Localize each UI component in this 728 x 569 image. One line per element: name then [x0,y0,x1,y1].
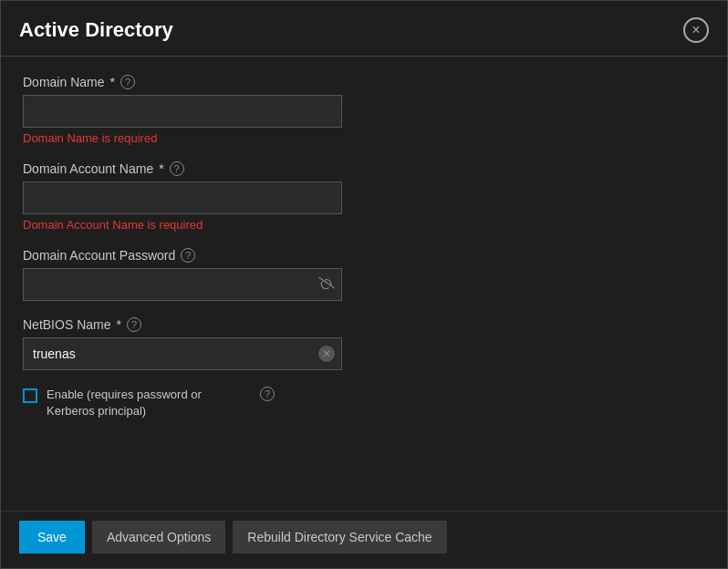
domain-account-name-error: Domain Account Name is required [23,218,705,232]
enable-checkbox[interactable] [23,388,37,403]
domain-account-password-help-icon[interactable]: ? [181,248,195,263]
domain-name-error: Domain Name is required [23,131,705,145]
domain-account-password-input[interactable] [23,268,342,301]
enable-checkbox-row: Enable (requires password or Kerberos pr… [23,387,705,419]
netbios-name-input-wrapper: ✕ [23,337,342,370]
domain-name-group: Domain Name* ? Domain Name is required [23,75,705,145]
domain-account-name-group: Domain Account Name* ? Domain Account Na… [23,161,705,232]
domain-account-name-input-wrapper [23,181,342,214]
modal-footer: Save Advanced Options Rebuild Directory … [1,511,727,568]
domain-name-input[interactable] [23,95,342,128]
domain-account-password-input-wrapper [23,268,342,301]
modal-header: Active Directory × [1,1,727,57]
domain-account-password-label: Domain Account Password ? [23,248,705,263]
enable-help-icon[interactable]: ? [260,387,275,401]
domain-name-label: Domain Name* ? [23,75,705,89]
enable-checkbox-label: Enable (requires password or Kerberos pr… [47,387,247,419]
domain-account-password-group: Domain Account Password ? [23,248,705,301]
domain-name-input-wrapper [23,95,342,128]
netbios-name-help-icon[interactable]: ? [127,317,141,332]
netbios-name-clear-icon[interactable]: ✕ [318,346,335,362]
domain-account-name-input[interactable] [23,181,342,214]
domain-name-help-icon[interactable]: ? [120,75,135,89]
close-button[interactable]: × [683,17,709,43]
advanced-options-button[interactable]: Advanced Options [92,521,225,553]
domain-account-name-label: Domain Account Name* ? [23,161,705,176]
password-toggle-icon[interactable] [318,276,335,293]
netbios-name-input[interactable] [23,337,342,370]
netbios-name-group: NetBIOS Name* ? ✕ [23,317,705,370]
modal-title: Active Directory [19,18,173,42]
save-button[interactable]: Save [19,521,85,553]
netbios-name-label: NetBIOS Name* ? [23,317,705,332]
rebuild-cache-button[interactable]: Rebuild Directory Service Cache [233,521,446,553]
domain-account-name-help-icon[interactable]: ? [170,161,184,176]
modal-body: Domain Name* ? Domain Name is required D… [1,57,727,511]
active-directory-modal: Active Directory × Domain Name* ? Domain… [0,0,728,569]
